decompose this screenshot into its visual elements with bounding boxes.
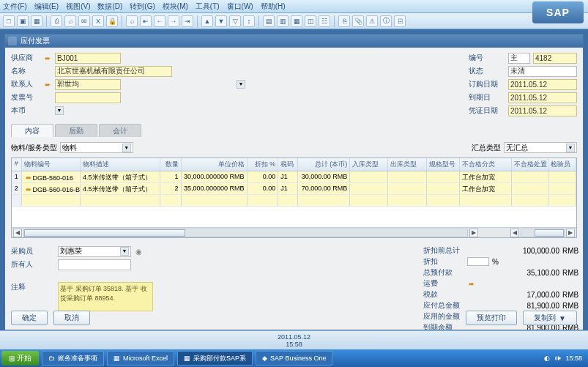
scroll-thumb[interactable]: [24, 229, 185, 237]
link-arrow-icon[interactable]: ➨: [24, 185, 33, 193]
menu-file[interactable]: 文件(F): [3, 1, 27, 12]
tb-a-icon[interactable]: ▲: [201, 15, 213, 27]
tb-list-icon[interactable]: ▥: [277, 15, 289, 27]
owner-input[interactable]: [58, 259, 131, 270]
table-row[interactable]: [12, 195, 576, 207]
tb-exit-icon[interactable]: ⍈: [394, 15, 406, 27]
link-arrow-icon[interactable]: ➨: [24, 173, 33, 182]
preview-button[interactable]: 预览打印: [466, 311, 517, 325]
start-button[interactable]: ⊞开始: [1, 351, 39, 366]
disc-pct-input[interactable]: [467, 257, 489, 266]
link-arrow-icon[interactable]: ➨: [43, 80, 52, 89]
contact-input[interactable]: 郭世均: [55, 79, 121, 90]
system-tray[interactable]: ◐ 🕪 15:58: [540, 355, 587, 362]
tb-prev-icon[interactable]: ←: [154, 15, 165, 27]
tab-logistics[interactable]: 后勤: [55, 124, 97, 137]
window-icon: [8, 37, 17, 45]
tb-chart-icon[interactable]: ◫: [305, 15, 316, 27]
tb-warn-icon[interactable]: ⚠: [366, 15, 378, 27]
status-time: 15:58: [286, 341, 302, 348]
menu-module[interactable]: 模块(M): [163, 1, 188, 12]
tb-form-icon[interactable]: ▤: [263, 15, 275, 27]
dropdown-icon[interactable]: ▼: [122, 144, 131, 152]
dropdown-icon[interactable]: ▼: [237, 80, 245, 89]
dropdown-icon[interactable]: ▼: [566, 144, 575, 152]
curr-label: 本币: [11, 105, 40, 116]
tb-b-icon[interactable]: ▼: [215, 15, 227, 27]
table-row[interactable]: 2 ➨DGB-560-016-B 4.5米传送带（箱子式）235,000.000…: [12, 183, 576, 195]
vendor-code-input[interactable]: BJ001: [55, 53, 121, 64]
series-input[interactable]: 主: [508, 53, 530, 64]
tb-info-icon[interactable]: ⓘ: [380, 15, 392, 27]
menu-help[interactable]: 帮助(H): [261, 1, 286, 12]
tb-mail-icon[interactable]: ✉: [78, 15, 90, 27]
tb-last-icon[interactable]: ⇥: [182, 15, 193, 27]
tb-grid-icon[interactable]: ▦: [291, 15, 302, 27]
taskbar-item[interactable]: ▦Microsoft Excel: [107, 351, 174, 366]
tb-sort-icon[interactable]: ↕: [243, 15, 255, 27]
menu-edit[interactable]: 编辑(E): [34, 1, 59, 12]
buyer-dropdown[interactable]: 刘惠荣▼: [58, 246, 131, 257]
window-titlebar[interactable]: 应付发票: [5, 34, 583, 48]
copyto-button[interactable]: 复制到 ▼: [523, 311, 577, 325]
duedate-input[interactable]: 2011.05.12: [508, 92, 577, 103]
tb-save-icon[interactable]: ▦: [31, 15, 42, 27]
scroll-right-icon[interactable]: ▶: [566, 229, 575, 237]
scroll-right-icon[interactable]: ▶: [469, 229, 478, 237]
vendor-name-input[interactable]: 北京世嘉机械有限责任公司: [55, 66, 172, 77]
menu-bar: 文件(F) 编辑(E) 视图(V) 数据(D) 转到(G) 模块(M) 工具(T…: [0, 0, 588, 13]
scroll-left-icon[interactable]: ◀: [510, 229, 519, 237]
tb-link-icon[interactable]: ⎘: [338, 15, 350, 27]
tb-new-icon[interactable]: □: [3, 15, 15, 27]
tb-filter-icon[interactable]: ▽: [229, 15, 241, 27]
tab-accounting[interactable]: 会计: [99, 124, 141, 137]
menu-window[interactable]: 窗口(W): [227, 1, 253, 12]
taskbar-item[interactable]: 🗀账务准备事项: [42, 351, 104, 366]
picker-icon[interactable]: ◉: [135, 248, 142, 256]
scroll-thumb[interactable]: [535, 229, 564, 237]
items-grid[interactable]: # 物料编号物料描述数量单位价格折扣 %税码总计 (本币)入库类型出库类型规格型…: [11, 157, 577, 238]
dropdown-icon[interactable]: ▼: [120, 247, 129, 256]
orderdate-label: 订购日期: [469, 79, 505, 89]
ref-input[interactable]: [55, 92, 121, 103]
tb-lock-icon[interactable]: 🔒: [106, 15, 118, 27]
curr-dropdown-icon[interactable]: ▼: [55, 106, 64, 115]
menu-tools[interactable]: 工具(T): [196, 1, 220, 12]
docno-input[interactable]: 4182: [533, 53, 577, 64]
tab-content[interactable]: 内容: [11, 124, 53, 137]
tb-print-icon[interactable]: ⎙: [51, 15, 62, 27]
tb-preview-icon[interactable]: ⌕: [64, 15, 76, 27]
item-type-dropdown[interactable]: 物料▼: [60, 142, 133, 153]
sum-type-label: 汇总类型: [472, 143, 501, 153]
table-row[interactable]: 1 ➨DGB-560-016 4.5米传送带（箱子式）130,000.00000…: [12, 171, 576, 183]
menu-data[interactable]: 数据(D): [97, 1, 122, 12]
scroll-left-icon[interactable]: ◀: [13, 229, 22, 237]
link-arrow-icon[interactable]: ➨: [43, 53, 52, 62]
note-textarea[interactable]: 基于 采购订单 35818. 基于 收货采购订单 88954.: [58, 282, 153, 311]
tb-excel-icon[interactable]: X: [92, 15, 104, 27]
tb-attach-icon[interactable]: 📎: [352, 15, 364, 27]
tb-next-icon[interactable]: →: [168, 15, 179, 27]
ok-button[interactable]: 确定: [11, 311, 48, 325]
docdate-input[interactable]: 2011.05.12: [508, 105, 577, 116]
tray-clock: 15:58: [565, 355, 582, 362]
tb-tree-icon[interactable]: ☷: [319, 15, 330, 27]
taskbar-item[interactable]: ▦采购部付款SAP系: [177, 351, 253, 366]
name-label: 名称: [11, 66, 40, 76]
ref-label: 发票号: [11, 92, 40, 103]
tb-first-icon[interactable]: ⇤: [140, 15, 152, 27]
tb-find-icon[interactable]: ⌕: [126, 15, 138, 27]
menu-view[interactable]: 视图(V): [66, 1, 90, 12]
cancel-button[interactable]: 取消: [53, 311, 90, 325]
sum-type-dropdown[interactable]: 无汇总▼: [504, 142, 577, 153]
h-scrollbar[interactable]: ◀ ▶ ◀ ▶: [12, 227, 576, 237]
taskbar-item[interactable]: ◆SAP Business One: [256, 351, 332, 366]
tray-icon[interactable]: ◐: [544, 355, 550, 362]
menu-goto[interactable]: 转到(G): [130, 1, 155, 12]
tb-open-icon[interactable]: ▣: [17, 15, 29, 27]
pay-label: 应付总金额: [423, 300, 467, 311]
orderdate-input[interactable]: 2011.05.12: [508, 79, 577, 90]
tray-icon[interactable]: 🕪: [554, 355, 561, 362]
status-date: 2011.05.12: [278, 333, 310, 341]
link-arrow-icon[interactable]: ➨: [467, 279, 476, 288]
